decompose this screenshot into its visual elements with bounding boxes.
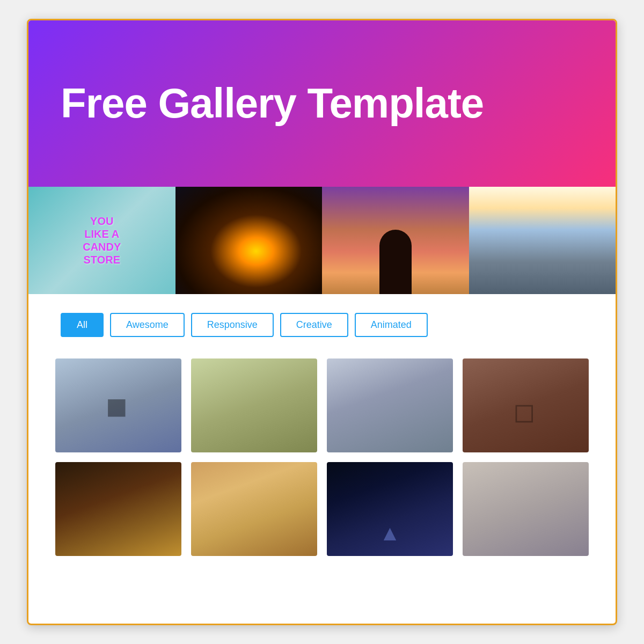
gallery-item-3[interactable] (327, 358, 453, 452)
strip-image-sparkler (175, 187, 323, 294)
image-strip: YOULIKE ACANDYSTORE (28, 187, 616, 294)
filter-section: All Awesome Responsive Creative Animated (28, 294, 616, 353)
gallery-item-8[interactable] (463, 462, 589, 556)
strip-image-candy: YOULIKE ACANDYSTORE (28, 187, 175, 294)
gallery-item-1[interactable] (55, 358, 181, 452)
gallery-item-2[interactable] (191, 358, 317, 452)
filter-btn-animated[interactable]: Animated (355, 313, 428, 337)
gallery-item-6[interactable] (191, 462, 317, 556)
filter-btn-awesome[interactable]: Awesome (110, 313, 185, 337)
gallery-grid (55, 358, 589, 556)
filter-btn-responsive[interactable]: Responsive (191, 313, 274, 337)
gallery-item-4[interactable] (463, 358, 589, 452)
filter-btn-creative[interactable]: Creative (280, 313, 348, 337)
page-wrapper: Free Gallery Template YOULIKE ACANDYSTOR… (27, 19, 617, 625)
gallery-item-7[interactable] (327, 462, 453, 556)
page-title: Free Gallery Template (61, 80, 484, 127)
silhouette-shape (379, 230, 412, 294)
strip-image-silhouette (322, 187, 469, 294)
filter-btn-all[interactable]: All (61, 313, 104, 337)
filter-buttons: All Awesome Responsive Creative Animated (61, 313, 583, 337)
hero-header: Free Gallery Template (28, 20, 616, 187)
gallery-section (28, 353, 616, 577)
strip-image-lake (469, 187, 616, 294)
candy-text: YOULIKE ACANDYSTORE (83, 215, 121, 266)
gallery-item-5[interactable] (55, 462, 181, 556)
